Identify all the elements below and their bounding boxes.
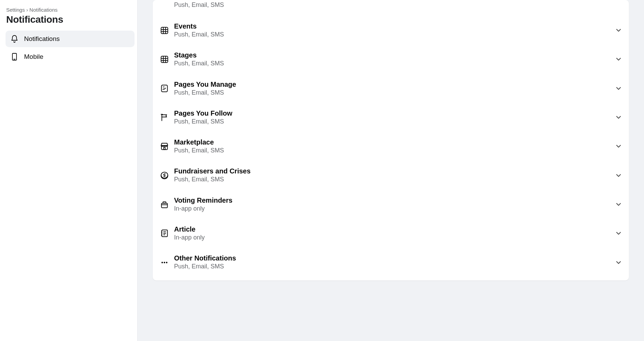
category-subtitle: Push, Email, SMS (174, 1, 623, 9)
category-row[interactable]: Push, Email, SMS (158, 0, 623, 16)
category-row[interactable]: EventsPush, Email, SMS (158, 16, 623, 45)
category-title: Article (174, 225, 614, 233)
category-text: Fundraisers and CrisesPush, Email, SMS (174, 167, 614, 183)
chevron-down-icon (614, 25, 623, 35)
category-text: EventsPush, Email, SMS (174, 22, 614, 39)
category-row[interactable]: MarketplacePush, Email, SMS (158, 132, 623, 161)
category-text: Pages You ManagePush, Email, SMS (174, 80, 614, 97)
category-title: Voting Reminders (174, 196, 614, 204)
category-title: Events (174, 22, 614, 30)
category-title: Marketplace (174, 138, 614, 146)
sidebar: Settings › Notifications Notifications N… (0, 0, 138, 341)
ballot-icon (160, 200, 169, 209)
partial-icon (160, 0, 169, 10)
category-title: Fundraisers and Crises (174, 167, 614, 175)
chevron-down-icon (614, 228, 623, 238)
category-text: MarketplacePush, Email, SMS (174, 138, 614, 154)
breadcrumb-settings[interactable]: Settings (6, 7, 25, 13)
category-row[interactable]: Pages You ManagePush, Email, SMS (158, 74, 623, 103)
category-subtitle: Push, Email, SMS (174, 175, 614, 183)
category-title: Other Notifications (174, 254, 614, 262)
settings-panel: Push, Email, SMSEventsPush, Email, SMSSt… (153, 0, 629, 280)
dots-icon (160, 258, 169, 267)
flag-icon (160, 113, 169, 122)
category-title: Pages You Follow (174, 109, 614, 117)
breadcrumb-separator: › (26, 7, 28, 13)
book-icon (160, 228, 169, 238)
category-text: Push, Email, SMS (174, 1, 623, 9)
category-text: Voting RemindersIn-app only (174, 196, 614, 213)
sidebar-item-mobile[interactable]: Mobile (6, 49, 135, 65)
bell-icon (10, 35, 19, 43)
category-row[interactable]: Pages You FollowPush, Email, SMS (158, 103, 623, 132)
sidebar-item-label: Mobile (24, 53, 43, 61)
chevron-down-icon (614, 141, 623, 151)
mobile-icon (10, 53, 19, 61)
category-row[interactable]: StagesPush, Email, SMS (158, 45, 623, 74)
category-title: Stages (174, 51, 614, 59)
category-row[interactable]: Voting RemindersIn-app only (158, 190, 623, 219)
coin-icon (160, 171, 169, 180)
page-icon (160, 84, 169, 93)
category-subtitle: In-app only (174, 204, 614, 213)
category-subtitle: Push, Email, SMS (174, 146, 614, 154)
calendar-icon (160, 54, 169, 64)
category-subtitle: Push, Email, SMS (174, 30, 614, 39)
category-subtitle: Push, Email, SMS (174, 117, 614, 126)
category-subtitle: Push, Email, SMS (174, 88, 614, 97)
page-title: Notifications (6, 14, 135, 25)
breadcrumb: Settings › Notifications (6, 7, 135, 13)
category-row[interactable]: ArticleIn-app only (158, 219, 623, 248)
category-text: Pages You FollowPush, Email, SMS (174, 109, 614, 126)
category-title: Pages You Manage (174, 80, 614, 88)
sidebar-item-label: Notifications (24, 35, 60, 43)
category-row[interactable]: Other NotificationsPush, Email, SMS (158, 248, 623, 277)
category-row[interactable]: Fundraisers and CrisesPush, Email, SMS (158, 161, 623, 190)
chevron-down-icon (614, 84, 623, 93)
main: Push, Email, SMSEventsPush, Email, SMSSt… (138, 0, 644, 341)
category-text: Other NotificationsPush, Email, SMS (174, 254, 614, 270)
sidebar-item-notifications[interactable]: Notifications (6, 31, 135, 47)
calendar-icon (160, 25, 169, 35)
category-subtitle: Push, Email, SMS (174, 262, 614, 270)
category-subtitle: In-app only (174, 233, 614, 242)
category-text: ArticleIn-app only (174, 225, 614, 242)
store-icon (160, 141, 169, 151)
chevron-down-icon (614, 171, 623, 180)
chevron-down-icon (614, 258, 623, 267)
category-subtitle: Push, Email, SMS (174, 59, 614, 67)
chevron-down-icon (614, 200, 623, 209)
category-text: StagesPush, Email, SMS (174, 51, 614, 67)
chevron-down-icon (614, 113, 623, 122)
chevron-down-icon (614, 54, 623, 64)
breadcrumb-notifications[interactable]: Notifications (30, 7, 58, 13)
